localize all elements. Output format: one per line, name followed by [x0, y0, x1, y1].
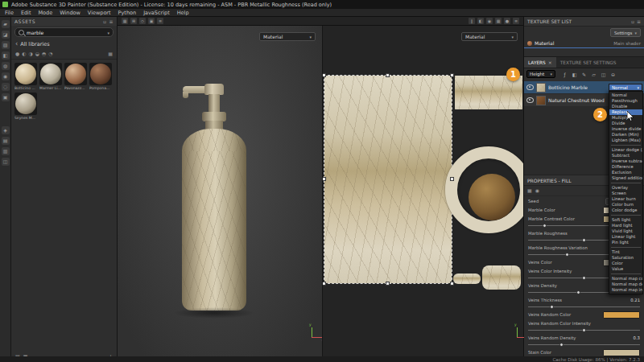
alignment-toggle[interactable]: ▥ [2, 147, 10, 155]
menu-item[interactable]: Help [177, 10, 189, 16]
blend-mode-option[interactable]: Color dodge [609, 208, 642, 213]
layer-thumbnail[interactable] [536, 83, 546, 93]
add-mask-icon[interactable]: ◫ [600, 71, 607, 78]
material-picker-tool[interactable]: ◌ [2, 83, 10, 91]
compare-mask-icon[interactable]: ◧ [477, 18, 484, 24]
selection-handle[interactable] [386, 73, 390, 77]
layer-visibility-eye-icon[interactable] [526, 97, 534, 103]
blend-mode-option[interactable]: Screen [609, 191, 642, 196]
back-arrow-icon[interactable] [15, 40, 18, 47]
menu-item[interactable]: Window [60, 10, 80, 16]
texture-set-item[interactable]: Material Main shader [524, 39, 644, 48]
projection-tool[interactable]: ▨ [2, 41, 10, 49]
dock-panel-icon[interactable]: ▫ [631, 19, 634, 25]
filter-all-assets[interactable]: ● [15, 51, 19, 57]
add-fill-layer-icon[interactable]: ◧ [571, 71, 578, 78]
material-sphere-preview[interactable] [64, 63, 87, 85]
menu-item[interactable]: Viewport [88, 10, 111, 16]
blend-mode-option[interactable]: Difference [609, 164, 642, 170]
slider-knob[interactable] [543, 224, 547, 228]
selection-handle[interactable] [450, 282, 454, 286]
menu-item[interactable]: Python [118, 10, 137, 16]
blend-mode-option[interactable]: Inverse divide [609, 126, 642, 132]
slider-knob[interactable] [582, 276, 586, 280]
asset-thumbnail[interactable]: Marmer Li... [39, 63, 62, 90]
blend-mode-option[interactable]: Normal map detail [609, 282, 642, 287]
blend-mode-option[interactable]: Exclusion [609, 170, 642, 175]
slider-knob[interactable] [559, 343, 564, 347]
delete-layer-icon[interactable]: ⊖ [609, 71, 617, 78]
blend-mode-option[interactable]: Disable [609, 104, 642, 109]
blend-mode-option[interactable] [611, 247, 641, 248]
snap-icon[interactable]: ⊞ [130, 18, 137, 24]
selection-handle[interactable] [322, 73, 326, 77]
polygon-fill-tool[interactable]: ◧ [2, 51, 10, 60]
blend-mode-option[interactable]: Color burn [609, 202, 642, 208]
blend-mode-option[interactable] [611, 215, 641, 216]
panel-menu-icon[interactable]: ≡ [637, 19, 641, 25]
material-sphere-preview[interactable] [89, 63, 112, 85]
blend-mode-option[interactable]: Pin light [609, 240, 642, 245]
viewport-2d-material-selector[interactable]: Material [461, 32, 518, 41]
blend-mode-option[interactable]: Tint [609, 249, 642, 255]
blend-mode-option[interactable]: Color [609, 261, 642, 266]
assets-breadcrumb[interactable]: All libraries [11, 39, 117, 49]
blend-mode-option[interactable]: Normal map combine [609, 276, 642, 282]
smudge-tool[interactable]: ◍ [2, 62, 10, 70]
tab-texture-set-settings[interactable]: TEXTURE SET SETTINGS [556, 57, 621, 68]
slider-knob[interactable] [582, 238, 586, 242]
blend-mode-option[interactable]: Replace [609, 109, 642, 115]
uv-island-wood-circle[interactable] [469, 174, 515, 220]
preview-sphere-icon[interactable]: ◉ [535, 187, 539, 194]
channel-selector-dropdown[interactable]: Height [526, 70, 555, 78]
blend-mode-option[interactable]: Overlay [609, 185, 642, 191]
panel-menu-icon[interactable]: ≡ [109, 19, 114, 25]
blend-mode-option[interactable]: Linear burn [609, 196, 642, 202]
uv-island-small-part[interactable] [453, 274, 481, 284]
camera-icon[interactable]: ▣ [148, 18, 155, 24]
material-sphere-preview[interactable] [39, 63, 62, 85]
color-swatch[interactable] [603, 311, 640, 319]
filter-smart-materials[interactable]: ◑ [29, 51, 33, 57]
perspective-icon[interactable]: ◇ [139, 18, 146, 24]
viewport-layout-icon[interactable]: ▦ [122, 18, 128, 24]
menu-item[interactable]: JavaScript [143, 10, 170, 16]
add-paint-layer-icon[interactable]: ✎ [580, 71, 588, 78]
selection-handle[interactable] [386, 282, 390, 286]
assets-search-input[interactable]: marble [14, 27, 114, 37]
property-slider[interactable] [528, 327, 640, 332]
filter-smart-masks[interactable]: ◒ [35, 51, 39, 57]
asset-thumbnail[interactable]: Pavonazz... [64, 63, 87, 90]
blend-mode-option[interactable]: Saturation [609, 255, 642, 261]
filter-filters[interactable]: ◓ [42, 51, 46, 57]
viewport-3d-material-selector[interactable]: Material [259, 32, 316, 41]
blend-mode-option[interactable]: Normal map inverse detail [609, 287, 642, 293]
blend-mode-option[interactable] [611, 145, 641, 146]
blend-mode-option[interactable] [611, 183, 641, 183]
paint-tool[interactable]: ▰ [2, 20, 10, 28]
selection-handle[interactable] [450, 177, 454, 181]
menu-item[interactable]: Mode [38, 10, 52, 16]
property-slider[interactable] [528, 304, 640, 309]
wireframe-icon[interactable]: ▦ [495, 18, 502, 24]
blend-mode-dropdown[interactable]: Normal [609, 84, 642, 91]
slider-knob[interactable] [550, 305, 554, 309]
display-settings-icon[interactable]: ≡ [157, 18, 163, 24]
color-swatch[interactable] [603, 349, 640, 356]
blend-mode-option[interactable]: Subtract [609, 153, 642, 158]
tab-layers[interactable]: LAYERS × [524, 57, 556, 68]
layer-thumbnail[interactable] [536, 96, 546, 105]
blend-mode-option[interactable]: Linear light [609, 234, 642, 240]
material-mode-icon[interactable]: ● [504, 18, 510, 24]
filter-materials[interactable]: ◐ [22, 51, 26, 57]
selection-handle[interactable] [450, 73, 454, 77]
asset-thumbnail[interactable]: Seynes Ma... [14, 93, 37, 120]
pause-engine-icon[interactable]: ‖ [469, 18, 475, 24]
layer-visibility-eye-icon[interactable] [526, 84, 534, 90]
close-tab-icon[interactable]: × [548, 60, 552, 65]
uv-island-cap[interactable] [482, 265, 521, 290]
material-sphere-preview[interactable] [14, 63, 37, 85]
material-sphere-preview[interactable] [14, 93, 37, 115]
asset-thumbnail[interactable]: Pompona... [89, 63, 112, 90]
slider-knob[interactable] [576, 290, 580, 294]
